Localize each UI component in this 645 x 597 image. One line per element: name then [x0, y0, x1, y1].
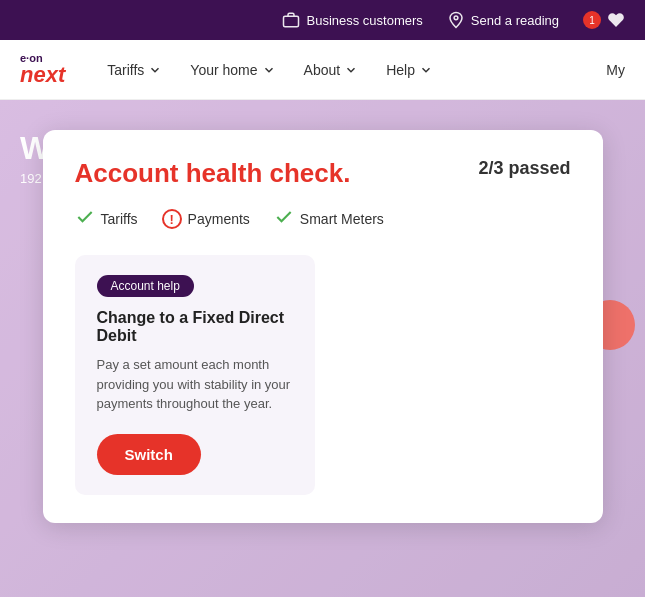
main-nav: e·on next Tariffs Your home About Help M… — [0, 40, 645, 100]
check-payments: ! Payments — [162, 209, 250, 229]
nav-my[interactable]: My — [606, 62, 625, 78]
nav-item-about[interactable]: About — [292, 54, 371, 86]
check-warn-icon: ! — [162, 209, 182, 229]
nav-item-help[interactable]: Help — [374, 54, 445, 86]
modal-score: 2/3 passed — [478, 158, 570, 179]
chevron-down-icon — [148, 63, 162, 77]
check-pass-icon — [75, 207, 95, 231]
card-title: Change to a Fixed Direct Debit — [97, 309, 293, 345]
chevron-down-icon — [262, 63, 276, 77]
check-payments-label: Payments — [188, 211, 250, 227]
notification-badge: 1 — [583, 11, 601, 29]
notification-area[interactable]: 1 — [583, 11, 625, 29]
business-customers-link[interactable]: Business customers — [282, 11, 422, 29]
nav-item-tariffs[interactable]: Tariffs — [95, 54, 174, 86]
top-bar: Business customers Send a reading 1 — [0, 0, 645, 40]
modal-overlay: Account health check. 2/3 passed Tariffs… — [0, 100, 645, 597]
account-help-card: Account help Change to a Fixed Direct De… — [75, 255, 315, 495]
modal-header: Account health check. 2/3 passed — [75, 158, 571, 189]
modal-checks: Tariffs ! Payments Smart Meters — [75, 207, 571, 231]
logo-next: next — [20, 64, 65, 86]
modal-title: Account health check. — [75, 158, 351, 189]
svg-rect-0 — [284, 16, 299, 27]
card-tag: Account help — [97, 275, 194, 297]
nav-item-your-home[interactable]: Your home — [178, 54, 287, 86]
check-pass-icon2 — [274, 207, 294, 231]
check-tariffs: Tariffs — [75, 207, 138, 231]
business-customers-label: Business customers — [306, 13, 422, 28]
chevron-down-icon — [419, 63, 433, 77]
account-health-modal: Account health check. 2/3 passed Tariffs… — [43, 130, 603, 523]
check-smart-meters-label: Smart Meters — [300, 211, 384, 227]
send-reading-link[interactable]: Send a reading — [447, 11, 559, 29]
nav-items: Tariffs Your home About Help — [95, 54, 606, 86]
logo[interactable]: e·on next — [20, 53, 65, 86]
card-description: Pay a set amount each month providing yo… — [97, 355, 293, 414]
switch-button[interactable]: Switch — [97, 434, 201, 475]
send-reading-label: Send a reading — [471, 13, 559, 28]
check-tariffs-label: Tariffs — [101, 211, 138, 227]
chevron-down-icon — [344, 63, 358, 77]
svg-point-1 — [454, 16, 458, 20]
check-smart-meters: Smart Meters — [274, 207, 384, 231]
